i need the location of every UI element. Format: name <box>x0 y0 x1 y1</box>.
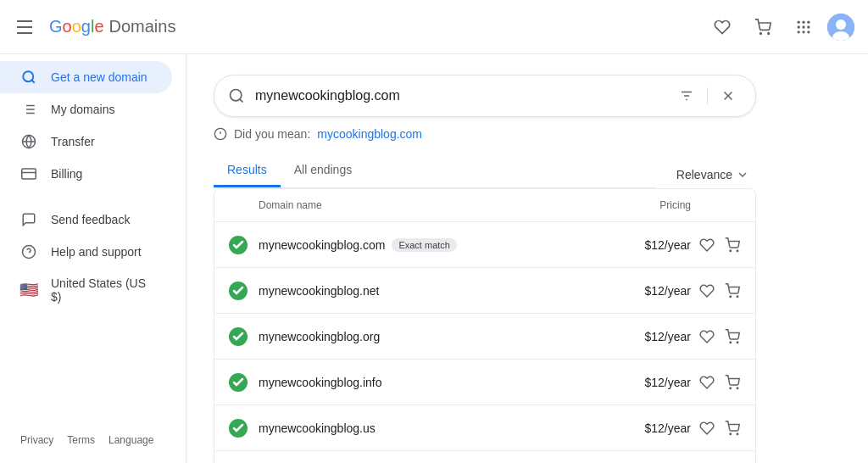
sidebar-item-send-feedback[interactable]: Send feedback <box>0 204 172 236</box>
cart-button[interactable] <box>746 10 780 44</box>
layout: Get a new domain My domains Transfer Bil… <box>0 54 868 463</box>
tab-all-endings[interactable]: All endings <box>281 154 366 187</box>
table-row: mynewcookingblog.com Exact match $12/yea… <box>214 222 755 268</box>
favorite-button[interactable] <box>698 417 716 438</box>
svg-point-51 <box>730 433 732 435</box>
sidebar: Get a new domain My domains Transfer Bil… <box>0 54 186 463</box>
flag-icon: 🇺🇸 <box>20 281 37 299</box>
exact-match-badge: Exact match <box>392 238 457 252</box>
available-icon <box>228 372 248 393</box>
add-to-cart-button[interactable] <box>723 417 742 438</box>
search-divider <box>707 87 708 104</box>
tabs-sort-row: Results All endings Relevance <box>214 154 756 188</box>
search-clear-button[interactable] <box>715 82 742 109</box>
domain-name: mynewcookingblog.info <box>259 376 623 389</box>
sidebar-item-transfer[interactable]: Transfer <box>0 126 172 158</box>
available-icon <box>228 326 248 347</box>
domain-price: $12/year <box>623 284 691 298</box>
favorites-button[interactable] <box>705 10 739 44</box>
svg-rect-24 <box>22 169 36 179</box>
header: Google Domains <box>0 0 868 54</box>
sidebar-item-get-new-domain[interactable]: Get a new domain <box>0 61 172 93</box>
svg-line-29 <box>240 99 243 103</box>
sidebar-item-region[interactable]: 🇺🇸 United States (US $) <box>0 268 172 312</box>
table-row: mynewcookingblog.info $12/year <box>214 360 755 405</box>
available-icon <box>228 281 248 301</box>
svg-point-45 <box>730 342 732 343</box>
add-to-cart-button[interactable] <box>723 234 742 255</box>
table-row: mynewcookingblog.net $12/year <box>214 268 755 314</box>
search-filter-button[interactable] <box>673 82 700 109</box>
svg-point-14 <box>23 71 33 81</box>
sidebar-item-help-support[interactable]: Help and support <box>0 236 172 268</box>
tabs-container: Results All endings <box>214 154 656 188</box>
sidebar-item-label: Transfer <box>51 135 95 148</box>
search-controls <box>673 82 742 109</box>
row-actions <box>691 280 742 301</box>
list-icon <box>20 102 37 117</box>
header-domain: Domain name <box>259 199 589 211</box>
domain-name: mynewcookingblog.com Exact match <box>259 238 623 252</box>
svg-line-15 <box>31 80 34 82</box>
favorite-button[interactable] <box>698 371 716 393</box>
svg-point-4 <box>807 20 810 23</box>
add-to-cart-button[interactable] <box>723 326 742 347</box>
logo-domains-text: Domains <box>109 17 176 36</box>
svg-point-42 <box>730 296 732 298</box>
svg-point-46 <box>737 342 738 343</box>
language-link[interactable]: Language <box>108 434 153 446</box>
favorite-button[interactable] <box>698 234 716 255</box>
add-to-cart-button[interactable] <box>723 280 742 301</box>
terms-link[interactable]: Terms <box>67 434 95 446</box>
sidebar-nav: Get a new domain My domains Transfer Bil… <box>0 61 186 312</box>
svg-point-40 <box>737 250 738 252</box>
sidebar-footer: Privacy Terms Language <box>0 424 186 456</box>
svg-point-6 <box>802 25 804 28</box>
svg-point-7 <box>807 25 810 28</box>
domain-search-input[interactable] <box>255 88 663 103</box>
domain-price: $12/year <box>623 330 691 343</box>
svg-point-28 <box>231 90 242 101</box>
table-row: mynewcookingblog.us $12/year <box>214 405 755 451</box>
feedback-icon <box>20 212 37 227</box>
available-icon <box>228 235 248 255</box>
favorite-button[interactable] <box>698 326 716 347</box>
svg-point-0 <box>760 32 762 34</box>
main-content: Did you mean: mycookingblog.com Results … <box>186 54 868 463</box>
svg-point-1 <box>768 32 770 34</box>
sort-label: Relevance <box>676 168 732 181</box>
domain-price: $12/year <box>623 421 691 435</box>
table-row: mynewcookingblog.site $20/year <box>214 451 755 463</box>
did-you-mean: Did you mean: mycookingblog.com <box>214 127 756 141</box>
sidebar-item-label: Send feedback <box>51 213 130 226</box>
svg-point-5 <box>798 25 800 28</box>
menu-button[interactable] <box>14 17 36 37</box>
sidebar-item-label: Billing <box>51 167 82 181</box>
search-bar-icon <box>228 87 245 104</box>
sidebar-item-label: My domains <box>51 103 114 116</box>
table-header: Domain name Pricing <box>214 189 755 222</box>
favorite-button[interactable] <box>698 280 716 301</box>
sidebar-item-my-domains[interactable]: My domains <box>0 93 172 126</box>
chevron-down-icon <box>736 168 749 181</box>
available-icon <box>228 418 248 438</box>
apps-button[interactable] <box>787 10 821 44</box>
billing-icon <box>20 166 37 181</box>
avatar[interactable] <box>827 14 854 41</box>
row-actions <box>691 417 742 438</box>
svg-point-48 <box>730 388 732 389</box>
header-pricing: Pricing <box>589 199 691 211</box>
privacy-link[interactable]: Privacy <box>20 434 53 446</box>
svg-point-10 <box>807 31 810 33</box>
tab-results[interactable]: Results <box>214 154 281 187</box>
svg-point-43 <box>737 296 738 298</box>
sidebar-item-label: Help and support <box>51 245 142 259</box>
sidebar-item-billing[interactable]: Billing <box>0 158 172 190</box>
did-you-mean-suggestion[interactable]: mycookingblog.com <box>317 127 422 141</box>
search-icon <box>20 70 37 85</box>
row-actions <box>691 371 742 393</box>
info-icon <box>214 127 227 141</box>
svg-point-12 <box>836 20 846 30</box>
sort-dropdown[interactable]: Relevance <box>670 165 756 185</box>
add-to-cart-button[interactable] <box>723 371 742 393</box>
